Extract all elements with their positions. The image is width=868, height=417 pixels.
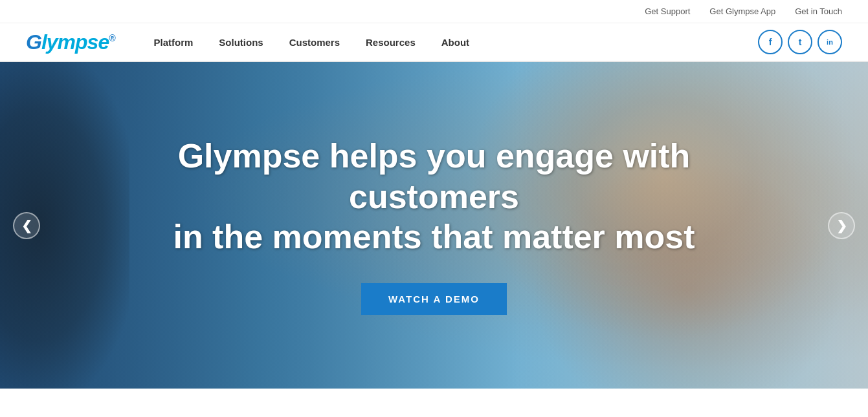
hero-headline-line2: in the moments that matter most xyxy=(173,218,695,255)
get-in-touch-link[interactable]: Get in Touch xyxy=(795,6,842,16)
hero-content: Glympse helps you engage with customers … xyxy=(0,62,868,389)
nav-links: Platform Solutions Customers Resources A… xyxy=(141,25,483,59)
nav-resources[interactable]: Resources xyxy=(353,25,428,59)
top-bar: Get Support Get Glympse App Get in Touch xyxy=(0,0,868,23)
hero-section: Glympse helps you engage with customers … xyxy=(0,62,868,389)
social-icons: f t in xyxy=(758,30,842,54)
logo-text: Glympse® xyxy=(26,30,115,54)
hero-headline: Glympse helps you engage with customers … xyxy=(143,136,726,257)
get-support-link[interactable]: Get Support xyxy=(645,6,690,16)
hero-headline-line1: Glympse helps you engage with customers xyxy=(178,137,691,215)
nav-left: Glympse® Platform Solutions Customers Re… xyxy=(26,25,482,59)
nav-customers[interactable]: Customers xyxy=(276,25,353,59)
nav-bar: Glympse® Platform Solutions Customers Re… xyxy=(0,23,868,62)
carousel-next-button[interactable]: ❯ xyxy=(828,212,855,239)
nav-about[interactable]: About xyxy=(428,25,482,59)
next-arrow-icon: ❯ xyxy=(836,218,847,233)
logo[interactable]: Glympse® xyxy=(26,30,115,54)
nav-solutions[interactable]: Solutions xyxy=(206,25,276,59)
watch-demo-button[interactable]: WATCH A DEMO xyxy=(361,283,507,315)
prev-arrow-icon: ❮ xyxy=(21,218,32,233)
carousel-prev-button[interactable]: ❮ xyxy=(13,212,40,239)
facebook-icon[interactable]: f xyxy=(758,30,783,54)
twitter-icon[interactable]: t xyxy=(788,30,812,54)
linkedin-icon[interactable]: in xyxy=(818,30,842,54)
nav-platform[interactable]: Platform xyxy=(141,25,206,59)
get-glympse-app-link[interactable]: Get Glympse App xyxy=(709,6,775,16)
